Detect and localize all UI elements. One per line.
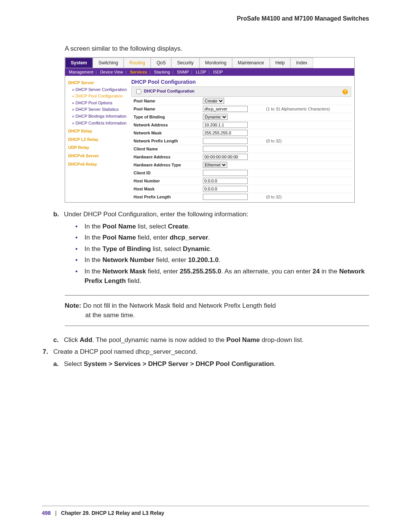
screenshot-panel: System Switching Routing QoS Security Mo… bbox=[65, 57, 355, 203]
row-host-number: Host Number bbox=[131, 177, 351, 185]
type-binding-select[interactable]: Dynamic bbox=[203, 114, 228, 120]
tab-routing[interactable]: Routing bbox=[124, 58, 151, 68]
step-b: b. Under DHCP Pool Configuration, enter … bbox=[53, 209, 369, 219]
tab-qos[interactable]: QoS bbox=[151, 58, 171, 68]
sidebar-item-dhcp-pool-config[interactable]: » DHCP Pool Configuration bbox=[68, 93, 129, 100]
row-network-prefix-length: Network Prefix Length (0 to 32) bbox=[131, 137, 351, 145]
row-network-mask: Network Mask bbox=[131, 129, 351, 137]
row-hardware-address-type: Hardware Address Type Ethernet bbox=[131, 161, 351, 169]
sidebar-head-dhcp-relay[interactable]: DHCP Relay bbox=[68, 128, 129, 135]
row-host-mask: Host Mask bbox=[131, 185, 351, 193]
hardware-address-type-select[interactable]: Ethernet bbox=[203, 162, 227, 168]
network-prefix-input[interactable] bbox=[203, 138, 248, 144]
sidebar-head-udp-relay[interactable]: UDP Relay bbox=[68, 144, 129, 151]
page-footer: 498 | Chapter 29. DHCP L2 Relay and L3 R… bbox=[42, 506, 369, 516]
intro-text: A screen similar to the following displa… bbox=[65, 45, 369, 53]
step-7a: a. Select System > Services > DHCP Serve… bbox=[53, 359, 369, 369]
subtab-services[interactable]: Services bbox=[130, 70, 147, 74]
step-c: c. Click Add. The pool_dynamic name is n… bbox=[53, 335, 369, 345]
row-pool-name-text: Pool Name (1 to 31 Alphanumeric Characte… bbox=[131, 105, 351, 113]
config-panel: DHCP Pool Configuration DHCP Pool Config… bbox=[131, 76, 354, 202]
sidebar-head-dhcp-server[interactable]: DHCP Server bbox=[68, 80, 129, 86]
row-network-address: Network Address bbox=[131, 121, 351, 129]
panel-title: DHCP Pool Configuration bbox=[131, 77, 351, 86]
subtab-lldp[interactable]: LLDP bbox=[196, 70, 206, 74]
tab-monitoring[interactable]: Monitoring bbox=[199, 58, 232, 68]
network-mask-input[interactable] bbox=[203, 130, 248, 136]
row-host-prefix-length: Host Prefix Length (0 to 32) bbox=[131, 193, 351, 201]
sidebar-item-dhcp-server-stats[interactable]: » DHCP Server Statistics bbox=[68, 106, 129, 113]
main-tab-bar: System Switching Routing QoS Security Mo… bbox=[65, 58, 354, 68]
tab-maintenance[interactable]: Maintenance bbox=[232, 58, 270, 68]
network-address-input[interactable] bbox=[203, 122, 248, 128]
row-client-name: Client Name bbox=[131, 145, 351, 153]
sidebar-head-dhcpv6-server[interactable]: DHCPv6 Server bbox=[68, 153, 129, 160]
pool-name-input[interactable] bbox=[203, 106, 248, 112]
sidebar-item-dhcp-server-config[interactable]: » DHCP Server Configuration bbox=[68, 86, 129, 93]
doc-header: ProSafe M4100 and M7100 Managed Switches bbox=[42, 15, 369, 22]
tab-system[interactable]: System bbox=[65, 58, 93, 68]
row-pool-name-select: Pool Name Create bbox=[131, 97, 351, 105]
sidebar-item-dhcp-pool-options[interactable]: » DHCP Pool Options bbox=[68, 100, 129, 107]
panel-subtitle: DHCP Pool Configuration bbox=[144, 89, 194, 93]
row-hardware-address: Hardware Address bbox=[131, 153, 351, 161]
client-id-input[interactable] bbox=[203, 170, 248, 176]
step-7: 7. Create a DHCP pool named dhcp_server_… bbox=[43, 347, 369, 357]
sidebar: DHCP Server » DHCP Server Configuration … bbox=[65, 76, 131, 202]
note-block: Note: Do not fill in the Network Mask fi… bbox=[65, 295, 369, 326]
sidebar-head-dhcpv6-relay[interactable]: DHCPv6 Relay bbox=[68, 161, 129, 168]
tab-security[interactable]: Security bbox=[171, 58, 199, 68]
row-type-binding: Type of Binding Dynamic bbox=[131, 113, 351, 121]
client-name-input[interactable] bbox=[203, 146, 248, 152]
sidebar-head-dhcp-l2-relay[interactable]: DHCP L2 Relay bbox=[68, 136, 129, 143]
host-number-input[interactable] bbox=[203, 178, 248, 184]
tab-index[interactable]: Index bbox=[290, 58, 313, 68]
tab-help[interactable]: Help bbox=[270, 58, 291, 68]
row-client-id: Client ID bbox=[131, 169, 351, 177]
sub-tab-bar: Management| Device View| Services| Stack… bbox=[65, 68, 354, 76]
panel-subtitle-bar: DHCP Pool Configuration ? bbox=[131, 86, 351, 97]
subtab-snmp[interactable]: SNMP bbox=[177, 70, 189, 74]
help-icon[interactable]: ? bbox=[342, 89, 348, 94]
host-mask-input[interactable] bbox=[203, 186, 248, 192]
subtab-management[interactable]: Management bbox=[69, 70, 93, 74]
tab-switching[interactable]: Switching bbox=[93, 58, 124, 68]
panel-checkbox[interactable] bbox=[136, 89, 141, 94]
instructions: b. Under DHCP Pool Configuration, enter … bbox=[42, 209, 369, 369]
subtab-isdp[interactable]: ISDP bbox=[213, 70, 223, 74]
subtab-device-view[interactable]: Device View bbox=[100, 70, 123, 74]
host-prefix-input[interactable] bbox=[203, 194, 248, 200]
hardware-address-input[interactable] bbox=[203, 154, 248, 160]
pool-name-select[interactable]: Create bbox=[203, 98, 224, 104]
sidebar-item-dhcp-bindings[interactable]: » DHCP Bindings Information bbox=[68, 113, 129, 120]
subtab-stacking[interactable]: Stacking bbox=[154, 70, 170, 74]
form-table: Pool Name Create Pool Name (1 to 31 Alph… bbox=[131, 97, 351, 201]
sidebar-item-dhcp-conflicts[interactable]: » DHCP Conflicts Information bbox=[68, 120, 129, 127]
